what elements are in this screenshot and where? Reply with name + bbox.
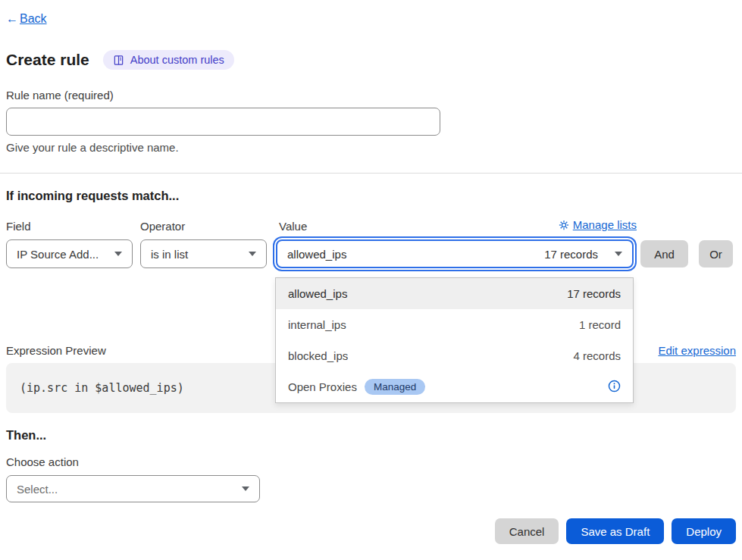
condition-controls-row: IP Source Add... is in list allowed_ips …: [6, 239, 736, 268]
about-badge-label: About custom rules: [130, 54, 224, 66]
list-option-name: blocked_ips: [288, 349, 348, 362]
footer-actions: Cancel Save as Draft Deploy: [495, 518, 736, 544]
rule-name-helper-text: Give your rule a descriptive name.: [6, 141, 179, 154]
create-rule-page: ← Back Create rule About custom rules Ru…: [0, 0, 742, 560]
manage-lists-link[interactable]: Manage lists: [559, 218, 637, 231]
info-icon[interactable]: [608, 380, 621, 395]
chevron-down-icon: [615, 252, 622, 256]
list-option-allowed-ips[interactable]: allowed_ips 17 records: [276, 278, 633, 309]
title-row: Create rule About custom rules: [6, 50, 234, 70]
back-link[interactable]: ← Back: [6, 12, 47, 26]
chevron-down-icon: [114, 252, 122, 256]
managed-badge: Managed: [365, 379, 425, 395]
deploy-button[interactable]: Deploy: [672, 518, 736, 544]
value-select-record-count: 17 records: [544, 248, 598, 261]
value-select[interactable]: allowed_ips 17 records: [276, 239, 634, 268]
or-button[interactable]: Or: [699, 240, 733, 267]
match-section-heading: If incoming requests match...: [6, 189, 179, 203]
list-option-name: internal_ips: [288, 318, 346, 331]
choose-action-label: Choose action: [6, 455, 79, 468]
book-icon: [113, 55, 124, 66]
back-label: Back: [20, 12, 47, 26]
field-select-value: IP Source Add...: [17, 248, 99, 261]
manage-lists-label: Manage lists: [573, 218, 637, 231]
chevron-down-icon: [242, 486, 249, 491]
about-custom-rules-badge[interactable]: About custom rules: [103, 50, 234, 70]
expression-preview-label: Expression Preview: [6, 344, 106, 357]
value-label: Value: [279, 220, 307, 233]
then-section-heading: Then...: [6, 428, 46, 443]
list-dropdown-panel: allowed_ips 17 records internal_ips 1 re…: [275, 277, 634, 403]
action-select-placeholder: Select...: [17, 483, 58, 496]
page-title: Create rule: [6, 51, 89, 69]
value-select-wrapper: allowed_ips 17 records allowed_ips 17 re…: [276, 239, 634, 268]
back-arrow-icon: ←: [6, 12, 18, 26]
condition-labels-row: Field Operator Value Manage lists: [6, 220, 637, 233]
and-button[interactable]: And: [640, 240, 688, 267]
rule-name-input[interactable]: [6, 108, 440, 136]
expression-code: (ip.src in $allowed_ips): [20, 381, 184, 395]
operator-select[interactable]: is in list: [140, 239, 267, 268]
list-option-name: Open Proxies: [288, 380, 357, 393]
field-select[interactable]: IP Source Add...: [6, 239, 133, 268]
gear-icon: [559, 220, 569, 230]
operator-label: Operator: [140, 220, 185, 233]
field-label: Field: [6, 220, 31, 233]
list-option-blocked-ips[interactable]: blocked_ips 4 records: [276, 340, 633, 371]
list-option-record-count: 17 records: [567, 287, 621, 300]
list-option-internal-ips[interactable]: internal_ips 1 record: [276, 309, 633, 340]
chevron-down-icon: [249, 252, 256, 256]
list-option-name: allowed_ips: [288, 287, 347, 300]
operator-select-value: is in list: [151, 248, 188, 261]
cancel-button[interactable]: Cancel: [495, 518, 559, 544]
rule-name-label: Rule name (required): [6, 89, 114, 102]
list-option-record-count: 1 record: [579, 318, 621, 331]
save-as-draft-button[interactable]: Save as Draft: [566, 518, 664, 544]
section-divider: [0, 173, 742, 174]
list-option-record-count: 4 records: [573, 349, 621, 362]
edit-expression-link[interactable]: Edit expression: [658, 344, 736, 357]
value-select-selected: allowed_ips: [287, 248, 346, 261]
back-row: ← Back: [6, 12, 47, 26]
action-select[interactable]: Select...: [6, 475, 260, 502]
list-option-open-proxies[interactable]: Open Proxies Managed: [276, 371, 633, 402]
